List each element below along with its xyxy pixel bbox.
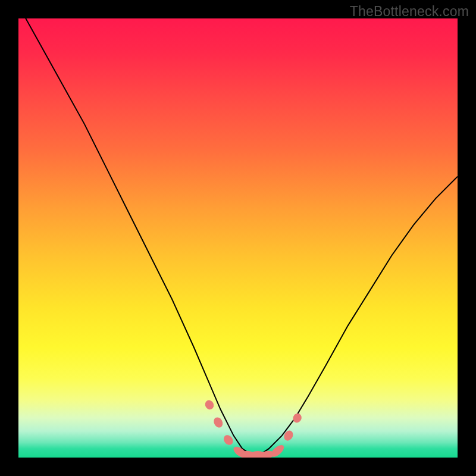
bead-marker (282, 429, 295, 443)
curve-right (256, 177, 458, 458)
bead-marker (203, 399, 215, 411)
bead-marker (212, 416, 224, 429)
watermark-text: TheBottleneck.com (350, 4, 469, 20)
bead-marker (292, 412, 303, 424)
curve-left (18, 18, 256, 458)
plot-area (18, 18, 458, 458)
curve-group (18, 18, 458, 458)
curve-svg (18, 18, 458, 458)
chart-frame: TheBottleneck.com (0, 0, 476, 476)
